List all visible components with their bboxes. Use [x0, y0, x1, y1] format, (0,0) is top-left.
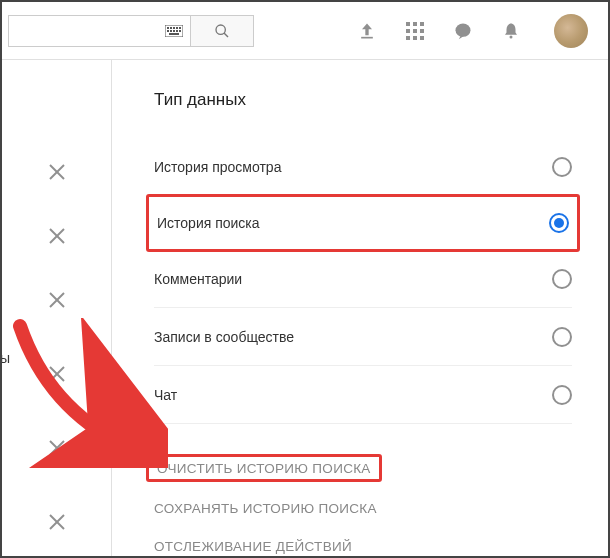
svg-line-13 — [224, 33, 228, 37]
apps-grid-icon[interactable] — [404, 20, 426, 42]
svg-rect-6 — [167, 30, 169, 32]
svg-rect-1 — [167, 27, 169, 29]
actions-block: ОЧИСТИТЬ ИСТОРИЮ ПОИСКА СОХРАНЯТЬ ИСТОРИ… — [154, 448, 572, 558]
svg-rect-9 — [176, 30, 178, 32]
option-community[interactable]: Записи в сообществе — [154, 308, 572, 366]
svg-rect-5 — [179, 27, 181, 29]
radio-icon — [549, 213, 569, 233]
upload-icon[interactable] — [356, 20, 378, 42]
option-label: Записи в сообществе — [154, 329, 294, 345]
option-comments[interactable]: Комментарии — [154, 250, 572, 308]
option-chat[interactable]: Чат — [154, 366, 572, 424]
option-search-history[interactable]: История поиска — [146, 194, 580, 252]
track-actions-button[interactable]: ОТСЛЕЖИВАНИЕ ДЕЙСТВИЙ — [154, 532, 572, 558]
svg-point-24 — [456, 23, 471, 36]
option-watch-history[interactable]: История просмотра — [154, 138, 572, 196]
svg-rect-10 — [179, 30, 181, 32]
panel-title: Тип данных — [154, 90, 572, 110]
delete-item-3[interactable] — [2, 268, 111, 332]
svg-rect-8 — [173, 30, 175, 32]
svg-rect-22 — [413, 36, 417, 40]
bell-icon[interactable] — [500, 20, 522, 42]
option-label: История поиска — [157, 215, 260, 231]
svg-rect-16 — [413, 22, 417, 26]
top-bar — [2, 2, 608, 60]
svg-rect-20 — [420, 29, 424, 33]
svg-rect-7 — [170, 30, 172, 32]
svg-point-12 — [216, 25, 225, 34]
svg-rect-3 — [173, 27, 175, 29]
svg-rect-18 — [406, 29, 410, 33]
option-label: Комментарии — [154, 271, 242, 287]
topbar-icons — [356, 14, 600, 48]
search-input[interactable] — [8, 15, 158, 47]
content: ы Тип данных История просмотра История п… — [2, 60, 608, 556]
svg-rect-14 — [361, 36, 373, 38]
svg-rect-4 — [176, 27, 178, 29]
search-wrap — [8, 15, 254, 47]
delete-item-2[interactable] — [2, 204, 111, 268]
svg-rect-19 — [413, 29, 417, 33]
settings-panel: Тип данных История просмотра История пои… — [112, 60, 608, 556]
search-button[interactable] — [190, 15, 254, 47]
radio-icon — [552, 327, 572, 347]
avatar[interactable] — [554, 14, 588, 48]
svg-point-25 — [510, 35, 513, 38]
svg-rect-15 — [406, 22, 410, 26]
delete-item-6[interactable] — [2, 490, 111, 554]
delete-item-4[interactable] — [2, 342, 111, 406]
clear-search-history-button[interactable]: ОЧИСТИТЬ ИСТОРИЮ ПОИСКА — [146, 454, 382, 482]
radio-icon — [552, 269, 572, 289]
left-column: ы — [2, 60, 112, 556]
radio-icon — [552, 385, 572, 405]
option-label: История просмотра — [154, 159, 281, 175]
svg-rect-2 — [170, 27, 172, 29]
messages-icon[interactable] — [452, 20, 474, 42]
option-label: Чат — [154, 387, 177, 403]
svg-rect-11 — [169, 33, 179, 35]
svg-rect-17 — [420, 22, 424, 26]
delete-item-1[interactable] — [2, 140, 111, 204]
radio-icon — [552, 157, 572, 177]
save-search-history-button[interactable]: СОХРАНЯТЬ ИСТОРИЮ ПОИСКА — [154, 494, 572, 522]
keyboard-icon[interactable] — [158, 15, 190, 47]
delete-item-5[interactable] — [2, 416, 111, 480]
svg-rect-23 — [420, 36, 424, 40]
partial-text: ы — [0, 350, 10, 366]
svg-rect-21 — [406, 36, 410, 40]
